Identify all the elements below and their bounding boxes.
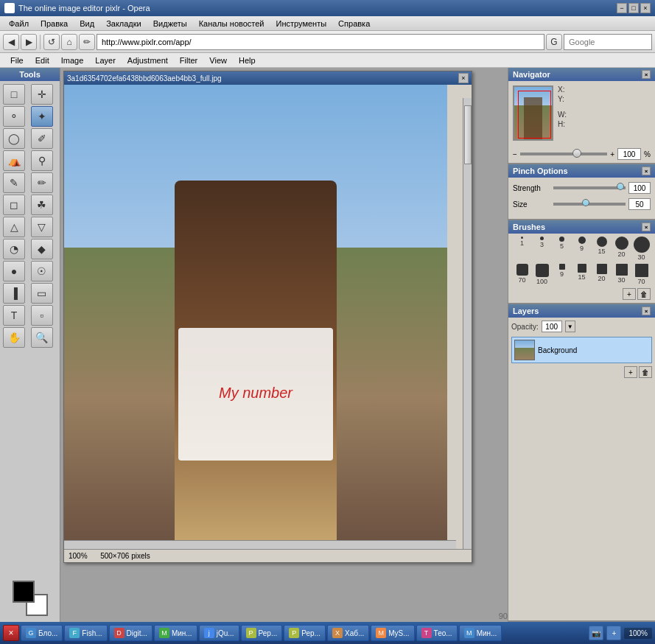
app-menu-image[interactable]: Image xyxy=(55,55,90,66)
tool-sharpen[interactable]: ◆ xyxy=(31,239,53,259)
tool-red-eye[interactable]: ☉ xyxy=(31,261,53,281)
brush-item-3[interactable]: 3 xyxy=(533,237,551,261)
tool-pencil[interactable]: ✎ xyxy=(3,172,25,193)
brushes-add-button[interactable]: + xyxy=(623,288,636,300)
reload-button[interactable]: ↺ xyxy=(43,34,60,50)
tool-hand[interactable]: ✋ xyxy=(3,327,25,348)
opera-menu-widgets[interactable]: Виджеты xyxy=(147,18,193,29)
tool-smudge[interactable]: ☘ xyxy=(31,195,53,215)
tool-gradient[interactable]: ▭ xyxy=(31,283,53,304)
maximize-button[interactable]: □ xyxy=(628,3,639,13)
taskbar-add-button[interactable]: + xyxy=(606,626,621,640)
brush-item-70b[interactable]: 70 xyxy=(632,264,651,285)
brush-item-20[interactable]: 20 xyxy=(612,237,631,261)
navigator-zoom-slider[interactable] xyxy=(520,153,607,155)
brush-item-30b[interactable]: 30 xyxy=(612,264,631,285)
taskbar-item-2[interactable]: D Digit... xyxy=(109,625,153,641)
close-button[interactable]: × xyxy=(640,3,651,13)
canvas-close-button[interactable]: × xyxy=(458,73,469,83)
edit-button[interactable]: ✏ xyxy=(79,34,95,50)
tool-zoom[interactable]: 🔍 xyxy=(31,327,53,348)
tool-clone[interactable]: ● xyxy=(3,261,25,281)
layers-close-button[interactable]: × xyxy=(642,307,651,315)
opera-menu-feeds[interactable]: Каналы новостей xyxy=(193,18,270,29)
opera-menu-edit[interactable]: Правка xyxy=(35,18,74,29)
opera-menu-view[interactable]: Вид xyxy=(74,18,100,29)
tool-eyedropper[interactable]: ⚲ xyxy=(31,150,53,171)
minimize-button[interactable]: − xyxy=(617,3,627,13)
app-menu-filter[interactable]: Filter xyxy=(174,55,203,66)
taskbar-item-0[interactable]: G Бло... xyxy=(21,625,63,641)
tool-paint-bucket[interactable]: ▐ xyxy=(3,283,25,304)
opera-menu-bookmarks[interactable]: Закладки xyxy=(100,18,147,29)
taskbar-item-5[interactable]: Р Рер... xyxy=(241,625,283,641)
layers-opacity-dropdown[interactable]: ▼ xyxy=(565,321,575,332)
tool-burn[interactable]: ▽ xyxy=(31,217,53,237)
brush-item-20b[interactable]: 20 xyxy=(592,264,611,285)
tool-dodge[interactable]: △ xyxy=(3,217,25,237)
tool-magic-wand[interactable]: ✦ xyxy=(31,106,53,127)
layer-row-background[interactable]: Background xyxy=(511,337,652,363)
home-button[interactable]: ⌂ xyxy=(61,34,77,50)
taskbar-close-button[interactable]: × xyxy=(3,625,19,641)
opera-menu-help[interactable]: Справка xyxy=(332,18,376,29)
pinch-options-close-button[interactable]: × xyxy=(642,167,651,175)
brush-item-9[interactable]: 9 xyxy=(572,237,591,261)
brush-item-5[interactable]: 5 xyxy=(553,237,571,261)
back-button[interactable]: ◀ xyxy=(3,34,19,50)
brush-item-100[interactable]: 100 xyxy=(533,264,551,285)
brushes-close-button[interactable]: × xyxy=(642,223,651,231)
search-input[interactable] xyxy=(564,34,652,50)
layers-add-button[interactable]: + xyxy=(624,366,637,378)
forward-button[interactable]: ▶ xyxy=(21,34,37,50)
brush-item-70[interactable]: 70 xyxy=(513,264,531,285)
pinch-strength-slider[interactable] xyxy=(553,186,626,189)
pinch-strength-thumb[interactable] xyxy=(617,183,624,190)
brushes-delete-button[interactable]: 🗑 xyxy=(637,288,651,300)
pinch-size-slider[interactable] xyxy=(553,203,626,206)
canvas-scrollbar-vertical[interactable] xyxy=(463,98,472,549)
app-menu-edit[interactable]: Edit xyxy=(29,55,55,66)
taskbar-item-6[interactable]: Р Рер... xyxy=(284,625,326,641)
tool-eraser[interactable]: ◻ xyxy=(3,195,25,215)
tool-brush[interactable]: ✏ xyxy=(31,172,53,193)
tool-magic-select[interactable]: ✐ xyxy=(31,128,53,149)
canvas-image[interactable]: My number xyxy=(64,85,447,549)
taskbar-item-8[interactable]: M MyS... xyxy=(371,625,414,641)
taskbar-item-10[interactable]: М Мин... xyxy=(459,625,502,641)
pinch-size-thumb[interactable] xyxy=(582,199,589,206)
app-menu-file[interactable]: File xyxy=(4,55,29,66)
navigator-close-button[interactable]: × xyxy=(642,70,651,79)
address-bar[interactable] xyxy=(97,34,544,50)
scrollbar-thumb-vertical[interactable] xyxy=(464,105,472,164)
tool-text[interactable]: T xyxy=(3,305,25,326)
brush-item-9b[interactable]: 9 xyxy=(553,264,571,285)
brush-item-15b[interactable]: 15 xyxy=(572,264,591,285)
foreground-color-swatch[interactable] xyxy=(13,581,35,603)
search-icon[interactable]: G xyxy=(546,34,562,50)
brush-item-15[interactable]: 15 xyxy=(592,237,611,261)
tool-crop[interactable]: ⛺ xyxy=(3,150,25,171)
taskbar-cam-button[interactable]: 📷 xyxy=(589,626,603,640)
taskbar-item-4[interactable]: j jQu... xyxy=(199,625,239,641)
navigator-zoom-thumb[interactable] xyxy=(572,149,581,158)
opera-menu-tools[interactable]: Инструменты xyxy=(270,18,333,29)
taskbar-item-1[interactable]: F Fish... xyxy=(64,625,107,641)
tool-shape[interactable]: ▫ xyxy=(31,305,53,326)
brush-item-1[interactable]: 1 xyxy=(513,237,531,261)
canvas-scrollbar-horizontal[interactable] xyxy=(64,540,456,549)
opera-menu-file[interactable]: Файл xyxy=(3,18,35,29)
tool-move[interactable]: ✛ xyxy=(31,84,53,105)
tool-lasso[interactable]: ⚬ xyxy=(3,106,25,127)
app-menu-view[interactable]: View xyxy=(203,55,233,66)
tool-marquee-rect[interactable]: □ xyxy=(3,84,25,105)
taskbar-item-7[interactable]: Х Хаб... xyxy=(327,625,369,641)
taskbar-item-9[interactable]: Т Тео... xyxy=(416,625,458,641)
taskbar-item-3[interactable]: М Мин... xyxy=(154,625,197,641)
app-menu-adjustment[interactable]: Adjustment xyxy=(122,55,174,66)
brush-item-30[interactable]: 30 xyxy=(632,237,651,261)
layers-delete-button[interactable]: 🗑 xyxy=(639,366,652,378)
app-menu-help[interactable]: Help xyxy=(233,55,262,66)
tool-marquee-ellipse[interactable]: ◯ xyxy=(3,128,25,149)
app-menu-layer[interactable]: Layer xyxy=(89,55,122,66)
